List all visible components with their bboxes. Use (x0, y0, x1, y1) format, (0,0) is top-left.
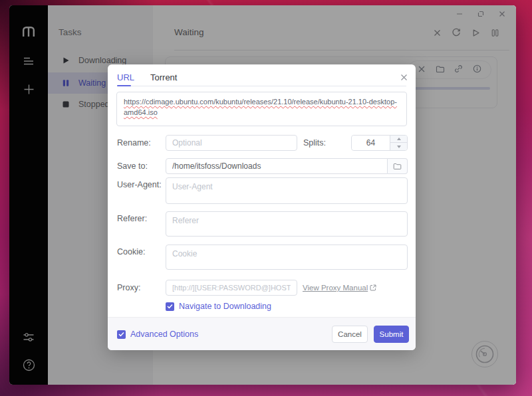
proxy-manual-link-label: View Proxy Manual (303, 284, 368, 292)
user-agent-label: User-Agent: (117, 180, 162, 189)
save-to-input[interactable] (166, 158, 388, 174)
advanced-options-checkbox[interactable] (117, 330, 126, 339)
desktop-wallpaper: Tasks Downloading Waiting Stopped (0, 0, 532, 396)
navigate-checkbox-row[interactable]: Navigate to Downloading (166, 302, 271, 311)
stepper-up-icon[interactable] (390, 136, 407, 143)
dialog-tabs: URL Torrent (117, 70, 406, 86)
new-task-dialog: URL Torrent https://cdimage.ubuntu.com/k… (108, 64, 416, 350)
tab-url[interactable]: URL (117, 70, 134, 86)
save-to-label: Save to: (117, 161, 148, 171)
url-textarea[interactable]: https://cdimage.ubuntu.com/kubuntu/relea… (116, 92, 407, 126)
splits-stepper (351, 135, 408, 151)
external-link-icon (370, 284, 376, 291)
tab-torrent[interactable]: Torrent (150, 70, 177, 86)
proxy-input[interactable] (166, 280, 297, 296)
rename-input[interactable] (166, 135, 297, 151)
cookie-label: Cookie: (117, 247, 145, 256)
url-value: https://cdimage.ubuntu.com/kubuntu/relea… (124, 98, 397, 116)
rename-label: Rename: (117, 138, 151, 148)
choose-folder-icon[interactable] (388, 158, 408, 174)
stepper-controls (390, 136, 407, 150)
stepper-down-icon[interactable] (390, 143, 407, 150)
active-tab-indicator (117, 85, 131, 86)
navigate-checkbox-label: Navigate to Downloading (179, 302, 271, 311)
cancel-button[interactable]: Cancel (332, 326, 368, 343)
splits-input[interactable] (352, 136, 390, 150)
app-window: Tasks Downloading Waiting Stopped (9, 5, 516, 385)
save-to-group (166, 158, 408, 174)
navigate-checkbox[interactable] (166, 302, 174, 311)
advanced-options-label: Advanced Options (130, 330, 198, 339)
submit-button[interactable]: Submit (374, 326, 409, 343)
cookie-textarea[interactable] (166, 245, 408, 270)
referer-label: Referer: (117, 214, 147, 223)
proxy-label: Proxy: (117, 283, 140, 292)
advanced-options-row[interactable]: Advanced Options (117, 330, 198, 339)
referer-textarea[interactable] (166, 211, 408, 237)
dialog-footer: Advanced Options Cancel Submit (108, 317, 416, 350)
user-agent-textarea[interactable] (166, 177, 408, 204)
proxy-manual-link[interactable]: View Proxy Manual (303, 284, 376, 292)
splits-label: Splits: (303, 138, 326, 148)
